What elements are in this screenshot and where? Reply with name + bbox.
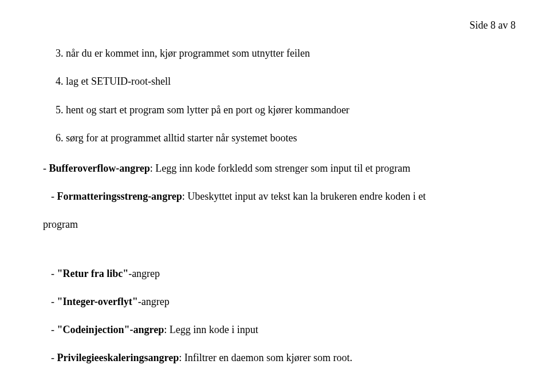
attack-name: Bufferoverflow-angrep (49, 163, 150, 174)
attack-formatstring-trailing: program (43, 217, 516, 232)
bullet-prefix: - (51, 352, 57, 363)
attack-desc: : Infiltrer en daemon som kjører som roo… (179, 352, 352, 363)
attack-priv-escalation: - Privilegieeskaleringsangrep: Infiltrer… (51, 351, 516, 365)
attack-name: Privilegieeskaleringsangrep (57, 352, 179, 363)
attack-desc: : Legg inn kode forkledd som strenger so… (150, 163, 410, 174)
list-item-4: 4. lag et SETUID-root-shell (56, 74, 516, 89)
list-item-6: 6. sørg for at programmet alltid starter… (56, 131, 516, 145)
bullet-prefix: - (51, 296, 57, 307)
attack-name: "Codeinjection" (57, 324, 130, 335)
attack-codeinjection: - "Codeinjection"-angrep: Legg inn kode … (51, 323, 516, 337)
list-item-5: 5. hent og start et program som lytter p… (56, 103, 516, 117)
bullet-prefix: - (51, 191, 57, 202)
attack-formatstring: - Formatteringsstreng-angrep: Ubeskyttet… (51, 189, 516, 204)
attack-integer-overflow: - "Integer-overflyt"-angrep (51, 295, 516, 309)
bullet-prefix: - (43, 163, 49, 174)
attack-name: "Retur fra libc" (57, 268, 129, 279)
list-item-3: 3. når du er kommet inn, kjør programmet… (56, 46, 516, 61)
bullet-prefix: - (51, 324, 57, 335)
attack-name: "Integer-overflyt" (57, 296, 138, 307)
attack-suffix-bold: -angrep (129, 324, 164, 335)
attack-name: Formatteringsstreng-angrep (57, 191, 182, 202)
numbered-list: 3. når du er kommet inn, kjør programmet… (56, 46, 516, 145)
attack-return-libc: - "Retur fra libc"-angrep (51, 267, 516, 281)
attack-bufferoverflow: - Bufferoverflow-angrep: Legg inn kode f… (43, 161, 516, 176)
bullet-prefix: - (51, 268, 57, 279)
attack-desc: : Ubeskyttet input av tekst kan la bruke… (182, 191, 426, 202)
attack-suffix: -angrep (128, 268, 160, 279)
attack-suffix: -angrep (138, 296, 170, 307)
page-number: Side 8 av 8 (43, 18, 516, 33)
attack-desc: : Legg inn kode i input (164, 324, 258, 335)
